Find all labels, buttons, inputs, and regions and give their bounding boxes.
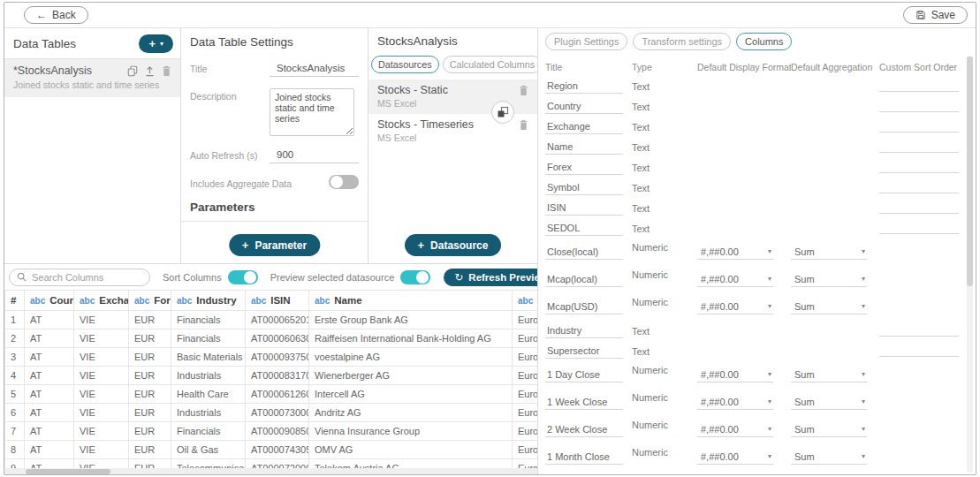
column-title-input[interactable]: Forex	[545, 161, 623, 175]
column-title-input[interactable]: 1 Day Close	[545, 368, 623, 382]
custom-sort-order-input[interactable]	[879, 162, 959, 173]
search-columns-box[interactable]	[9, 269, 150, 286]
delete-icon[interactable]	[519, 118, 528, 144]
join-datasources-icon[interactable]	[491, 101, 514, 124]
search-columns-input[interactable]	[32, 272, 142, 283]
aggregation-select[interactable]: Sum▾	[791, 450, 867, 465]
title-field[interactable]	[270, 61, 359, 77]
aggregation-select[interactable]: Sum▾	[791, 368, 867, 382]
display-format-select[interactable]: #,##0.00▾	[697, 368, 773, 382]
display-format-cell	[697, 96, 791, 117]
column-title-input[interactable]: Close(local)	[545, 246, 623, 260]
custom-sort-order-input[interactable]	[879, 345, 959, 357]
horizontal-scrollbar[interactable]	[4, 468, 537, 475]
scrollbar-thumb[interactable]	[26, 469, 110, 474]
preview-column-label: ISIN	[270, 295, 290, 306]
column-title-input[interactable]: Name	[545, 140, 623, 155]
column-title-input[interactable]: Region	[545, 80, 623, 94]
custom-sort-order-input[interactable]	[879, 80, 959, 92]
tab-transform-settings[interactable]: Transform settings	[633, 33, 731, 50]
tab-datasources[interactable]: Datasources	[371, 56, 439, 73]
chevron-down-icon: ▾	[768, 247, 771, 255]
preview-column-header[interactable]: abcCountry	[25, 291, 74, 311]
data-table-list-item[interactable]: *StocksAnalysis Joined stocks static and…	[4, 59, 180, 97]
column-title-input[interactable]: SEDOL	[545, 222, 623, 236]
column-title-input[interactable]: Mcap(local)	[545, 273, 623, 287]
display-format-select[interactable]: #,##0.00▾	[697, 273, 773, 287]
column-title-input[interactable]: ISIN	[545, 201, 623, 216]
column-row: ForexText	[545, 157, 976, 178]
preview-column-header[interactable]: abc	[513, 291, 538, 311]
display-format-select[interactable]: #,##0.00▾	[697, 300, 773, 314]
vertical-scrollbar[interactable]	[967, 56, 973, 473]
add-datasource-button[interactable]: + Datasource	[405, 234, 502, 256]
column-title-input[interactable]: 1 Week Close	[545, 396, 623, 410]
display-format-select[interactable]: #,##0.00▾	[697, 246, 773, 260]
duplicate-icon[interactable]	[127, 65, 138, 77]
chevron-down-icon: ▾	[160, 40, 163, 48]
tab-columns[interactable]: Columns	[736, 33, 792, 50]
tab-calculated-columns[interactable]: Calculated Columns	[443, 56, 537, 73]
text-type-icon: abc	[80, 296, 95, 306]
sort-order-cell	[879, 117, 973, 137]
custom-sort-order-input[interactable]	[879, 182, 959, 193]
aggregation-select[interactable]: Sum▾	[791, 246, 867, 260]
display-format-cell: #,##0.00▾	[697, 293, 791, 321]
add-parameter-button[interactable]: + Parameter	[229, 234, 320, 256]
column-title-input[interactable]: Symbol	[545, 181, 623, 195]
preview-column-header[interactable]: abcName	[309, 291, 513, 311]
refresh-preview-button[interactable]: ↻ Refresh Preview	[444, 269, 537, 286]
column-title-input[interactable]: Exchange	[545, 120, 623, 134]
sort-order-cell	[879, 389, 973, 416]
save-button[interactable]: Save	[903, 6, 968, 24]
table-cell: Wienerberger AG	[309, 367, 513, 385]
custom-sort-order-input[interactable]	[879, 325, 959, 337]
column-title-input[interactable]: Country	[545, 100, 623, 114]
column-title-input[interactable]: Mcap(USD)	[545, 300, 623, 314]
aggregation-select[interactable]: Sum▾	[791, 396, 867, 410]
export-icon[interactable]	[145, 65, 155, 77]
chevron-down-icon: ▾	[862, 302, 865, 310]
aggregation-select[interactable]: Sum▾	[791, 273, 867, 287]
delete-icon[interactable]	[162, 65, 171, 77]
preview-column-header[interactable]: abcForex	[129, 291, 171, 311]
refresh-icon: ↻	[454, 271, 463, 284]
display-format-select[interactable]: #,##0.00▾	[697, 423, 773, 437]
back-button[interactable]: ← Back	[24, 6, 88, 24]
sort-columns-label: Sort Columns	[163, 272, 222, 283]
column-type-label: Text	[632, 223, 650, 234]
sort-columns-toggle[interactable]	[228, 270, 258, 284]
preview-column-header[interactable]: abcExchange	[74, 291, 129, 311]
includes-aggregate-data-toggle[interactable]	[329, 175, 359, 189]
add-data-table-button[interactable]: + ▾	[139, 34, 173, 53]
preview-datasource-toggle[interactable]	[400, 270, 430, 284]
column-title-cell: Forex	[545, 157, 632, 178]
column-title-input[interactable]: 1 Month Close	[545, 450, 623, 465]
table-cell: AT0000937503	[246, 348, 309, 367]
custom-sort-order-input[interactable]	[879, 101, 959, 112]
delete-icon[interactable]	[519, 84, 528, 110]
scrollbar-thumb[interactable]	[967, 57, 973, 286]
custom-sort-order-input[interactable]	[879, 223, 959, 234]
custom-sort-order-input[interactable]	[879, 141, 959, 153]
tab-plugin-settings[interactable]: Plugin Settings	[545, 33, 627, 50]
custom-sort-order-input[interactable]	[879, 121, 959, 132]
display-format-cell: #,##0.00▾	[697, 361, 791, 389]
description-field[interactable]: Joined stocks static and time series	[270, 88, 354, 136]
column-title-input[interactable]: Industry	[545, 324, 623, 338]
preview-column-header[interactable]: abcISIN	[246, 291, 309, 311]
preview-column-header[interactable]: abcIndustry	[171, 291, 246, 311]
auto-refresh-field[interactable]	[270, 148, 359, 163]
column-title-input[interactable]: 2 Week Close	[545, 423, 623, 437]
aggregation-select[interactable]: Sum▾	[791, 300, 867, 314]
display-format-select[interactable]: #,##0.00▾	[697, 450, 773, 465]
custom-sort-order-input[interactable]	[879, 202, 959, 214]
display-format-select[interactable]: #,##0.00▾	[697, 396, 773, 410]
sort-order-cell	[879, 361, 973, 389]
table-cell: VIE	[74, 404, 129, 422]
table-cell: AT0000606306	[246, 329, 309, 348]
aggregation-value: Sum	[794, 397, 815, 407]
column-title-input[interactable]: Supersector	[545, 344, 623, 359]
aggregation-select[interactable]: Sum▾	[791, 423, 867, 437]
column-row: 1 Month CloseNumeric#,##0.00▾Sum▾	[545, 443, 976, 471]
